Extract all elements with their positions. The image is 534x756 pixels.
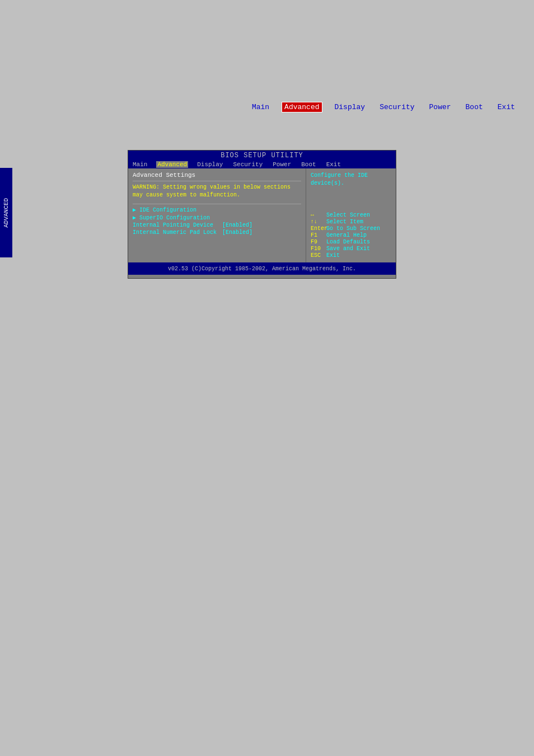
key-esc-icon: ESC <box>311 252 326 259</box>
warning-text: WARNING: Setting wrong values in below s… <box>133 184 301 199</box>
key-select-item-label: Select Item <box>326 219 363 225</box>
key-enter: Enter Go to Sub Screen <box>311 226 391 232</box>
numpad-lock-row: Internal Numeric Pad Lock [Enabled] <box>133 229 301 236</box>
bios-menu-power[interactable]: Power <box>271 161 292 168</box>
bios-content: Advanced Settings WARNING: Setting wrong… <box>128 168 396 262</box>
bios-title: BIOS SETUP UTILITY <box>128 151 396 161</box>
bios-right-panel: Configure the IDEdevice(s). ↔ Select Scr… <box>306 168 396 262</box>
key-f1-label: General Help <box>326 232 367 238</box>
sidebar-label: ADVANCED <box>3 198 10 228</box>
superio-config-link[interactable]: ▶ SuperIO Configuration <box>133 214 301 221</box>
top-nav-advanced[interactable]: Advanced <box>282 102 322 112</box>
separator2 <box>133 204 301 204</box>
key-arrow-ud-icon: ↑↓ <box>311 219 326 225</box>
bios-menu-exit[interactable]: Exit <box>325 161 342 168</box>
key-select-item: ↑↓ Select Item <box>311 219 391 225</box>
numpad-lock-value[interactable]: [Enabled] <box>222 229 252 236</box>
pointing-device-label: Internal Pointing Device <box>133 222 222 228</box>
bios-key-legend: ↔ Select Screen ↑↓ Select Item Enter Go … <box>311 212 391 259</box>
top-nav-main[interactable]: Main <box>250 102 271 112</box>
separator <box>133 181 301 181</box>
bios-menu-main[interactable]: Main <box>132 161 148 168</box>
bios-left-panel: Advanced Settings WARNING: Setting wrong… <box>128 168 306 262</box>
key-f10-icon: F10 <box>311 246 326 252</box>
bios-menu-display[interactable]: Display <box>196 161 224 168</box>
bios-help-text: Configure the IDEdevice(s). <box>311 172 391 187</box>
key-f1-icon: F1 <box>311 232 326 238</box>
key-f10-label: Save and Exit <box>326 246 370 252</box>
ide-config-link[interactable]: ▶ IDE Configuration <box>133 206 301 213</box>
bios-menu-boot[interactable]: Boot <box>300 161 317 168</box>
key-f9-icon: F9 <box>311 239 326 245</box>
top-navigation: Main Advanced Display Security Power Boo… <box>250 102 517 112</box>
key-f1: F1 General Help <box>311 232 391 238</box>
pointing-device-value[interactable]: [Enabled] <box>222 222 252 228</box>
top-nav-exit[interactable]: Exit <box>495 102 517 112</box>
pointing-device-row: Internal Pointing Device [Enabled] <box>133 222 301 228</box>
key-esc-label: Exit <box>326 252 340 259</box>
key-select-screen: ↔ Select Screen <box>311 212 391 218</box>
bios-window: BIOS SETUP UTILITY Main Advanced Display… <box>128 150 396 279</box>
numpad-lock-label: Internal Numeric Pad Lock <box>133 229 222 236</box>
key-enter-icon: Enter <box>311 226 326 232</box>
key-enter-label: Go to Sub Screen <box>326 226 380 232</box>
top-nav-boot[interactable]: Boot <box>463 102 485 112</box>
section-title: Advanced Settings <box>133 172 301 179</box>
key-select-screen-label: Select Screen <box>326 212 370 218</box>
top-nav-display[interactable]: Display <box>332 102 368 112</box>
bios-menu-advanced[interactable]: Advanced <box>156 161 188 168</box>
key-arrow-lr-icon: ↔ <box>311 212 326 218</box>
key-esc: ESC Exit <box>311 252 391 259</box>
top-nav-security[interactable]: Security <box>377 102 416 112</box>
bios-footer: v02.53 (C)Copyright 1985-2002, American … <box>128 262 396 275</box>
key-f10: F10 Save and Exit <box>311 246 391 252</box>
top-nav-power[interactable]: Power <box>427 102 453 112</box>
key-f9-label: Load Defaults <box>326 239 370 245</box>
bios-menubar: Main Advanced Display Security Power Boo… <box>128 161 396 168</box>
key-f9: F9 Load Defaults <box>311 239 391 245</box>
bios-menu-security[interactable]: Security <box>232 161 264 168</box>
sidebar-tab: ADVANCED <box>0 168 12 257</box>
